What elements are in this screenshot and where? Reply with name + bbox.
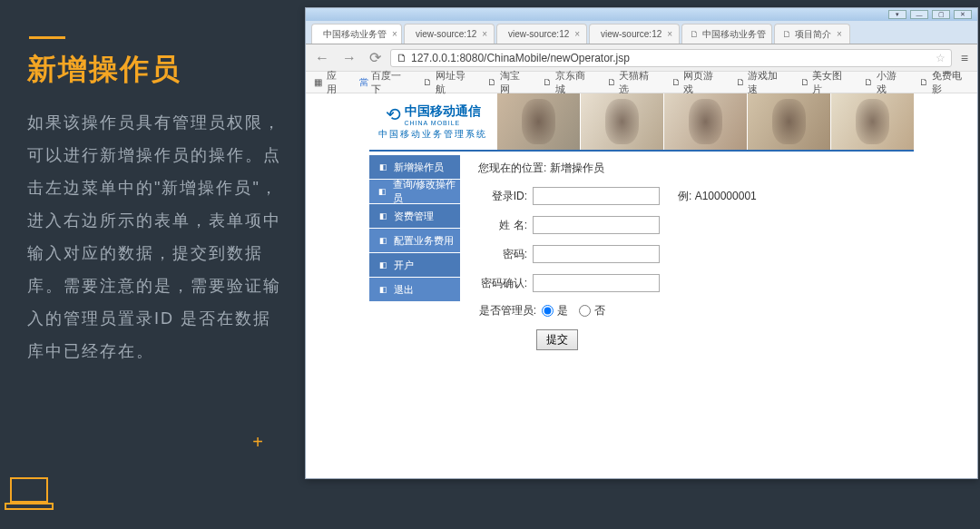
- laptop-icon: [4, 475, 54, 518]
- close-icon[interactable]: ×: [771, 29, 772, 39]
- forward-button[interactable]: →: [338, 50, 360, 66]
- bookmark-label: 网址导航: [436, 69, 474, 96]
- maximize-button[interactable]: ▢: [932, 10, 950, 19]
- tab-label: 中国移动业务管: [702, 28, 766, 41]
- side-menu: ◧新增操作员 ◧查询/修改操作员 ◧资费管理 ◧配置业务费用 ◧开户 ◧退出: [369, 155, 460, 356]
- star-icon[interactable]: ☆: [936, 52, 946, 64]
- menu-logout[interactable]: ◧退出: [369, 278, 460, 302]
- tab-label: 项目简介: [795, 28, 831, 41]
- form-area: 您现在的位置: 新增操作员 登录ID: 例: A100000001 姓 名: 密…: [460, 155, 914, 356]
- bookmark-bar: ▦应用 當百度一下 🗋网址导航 🗋淘宝网 🗋京东商城 🗋天猫精选 🗋网页游戏 🗋…: [306, 72, 977, 93]
- name-label: 姓 名:: [478, 218, 533, 233]
- password-confirm-input[interactable]: [533, 274, 660, 292]
- title-accent: [29, 36, 65, 39]
- favicon-icon: 🗋: [782, 29, 791, 39]
- submit-button[interactable]: 提交: [536, 329, 578, 350]
- close-icon[interactable]: ×: [392, 29, 397, 39]
- name-input[interactable]: [533, 216, 660, 234]
- banner-photo: [830, 93, 914, 150]
- back-button[interactable]: ←: [311, 50, 333, 66]
- password-confirm-label: 密码确认:: [478, 276, 533, 291]
- bookmark-item[interactable]: 🗋小游戏: [864, 69, 906, 96]
- banner: ⟲ 中国移动通信 CHINA MOBILE 中国移动业务管理系统: [369, 93, 914, 152]
- logo-text-main: 中国移动通信: [405, 103, 481, 120]
- banner-photo: [663, 93, 747, 150]
- tab-4[interactable]: 🗋 中国移动业务管 ×: [681, 24, 772, 44]
- bookmark-item[interactable]: 🗋网页游戏: [671, 69, 722, 96]
- reload-button[interactable]: ⟳: [366, 49, 385, 66]
- bookmark-label: 游戏加速: [748, 69, 786, 96]
- banner-photo: [747, 93, 830, 150]
- bookmark-label: 美女图片: [812, 69, 850, 96]
- menu-config-fee[interactable]: ◧配置业务费用: [369, 229, 460, 253]
- is-admin-label: 是否管理员:: [478, 303, 542, 318]
- banner-photo: [496, 93, 580, 150]
- tab-5[interactable]: 🗋 项目简介 ×: [774, 24, 850, 44]
- system-name: 中国移动业务管理系统: [378, 128, 487, 141]
- close-icon[interactable]: ×: [837, 29, 842, 39]
- close-icon[interactable]: ×: [482, 29, 487, 39]
- apps-button[interactable]: ▦应用: [313, 69, 346, 96]
- window-titlebar: ▾ — ▢ ✕: [306, 8, 977, 21]
- password-label: 密码:: [478, 247, 533, 262]
- bookmark-label: 京东商城: [555, 69, 593, 96]
- context-help-button[interactable]: ▾: [888, 10, 906, 19]
- page-content: ⟲ 中国移动通信 CHINA MOBILE 中国移动业务管理系统: [306, 93, 977, 478]
- address-bar: ← → ⟳ 🗋 127.0.0.1:8080/ChinaMobile/newOp…: [306, 44, 977, 72]
- plus-icon: +: [252, 432, 263, 453]
- menu-icon: ◧: [377, 161, 389, 173]
- menu-query-operator[interactable]: ◧查询/修改操作员: [369, 180, 460, 204]
- tab-label: view-source:12: [416, 29, 476, 39]
- tab-0[interactable]: 中国移动业务管 ×: [311, 24, 402, 44]
- minimize-button[interactable]: —: [910, 10, 928, 19]
- menu-icon: ◧: [377, 259, 389, 271]
- tab-bar: 中国移动业务管 × view-source:12 × view-source:1…: [306, 21, 977, 44]
- close-icon[interactable]: ×: [574, 29, 580, 39]
- url-text: 127.0.0.1:8080/ChinaMobile/newOperator.j…: [411, 52, 630, 64]
- menu-label: 开户: [394, 259, 414, 272]
- favicon-icon: 🗋: [690, 29, 699, 39]
- close-icon[interactable]: ×: [667, 29, 672, 39]
- menu-label: 资费管理: [394, 210, 434, 223]
- banner-photos: [496, 93, 914, 150]
- menu-fee-manage[interactable]: ◧资费管理: [369, 204, 460, 229]
- password-input[interactable]: [533, 245, 660, 263]
- menu-open-account[interactable]: ◧开户: [369, 253, 460, 278]
- bookmark-item[interactable]: 🗋天猫精选: [606, 69, 658, 96]
- radio-no-label: 否: [594, 303, 605, 318]
- menu-add-operator[interactable]: ◧新增操作员: [369, 155, 460, 180]
- breadcrumb: 您现在的位置: 新增操作员: [478, 155, 914, 181]
- radio-yes-label: 是: [557, 303, 568, 318]
- bookmark-item[interactable]: 🗋美女图片: [799, 69, 851, 96]
- slide-left-panel: 新增操作员 如果该操作员具有管理员权限，可以进行新增操作员的操作。点击左边菜单中…: [0, 0, 309, 529]
- logo-area: ⟲ 中国移动通信 CHINA MOBILE 中国移动业务管理系统: [369, 93, 496, 150]
- bookmark-item[interactable]: 🗋京东商城: [542, 69, 593, 96]
- tab-label: 中国移动业务管: [323, 28, 387, 41]
- login-id-label: 登录ID:: [478, 189, 533, 204]
- bookmark-label: 网页游戏: [683, 69, 721, 96]
- bookmark-item[interactable]: 🗋游戏加速: [735, 69, 787, 96]
- menu-icon: ◧: [377, 234, 389, 247]
- radio-yes[interactable]: [542, 305, 554, 317]
- bookmark-item[interactable]: 🗋免费电影: [918, 69, 970, 96]
- slide-description: 如果该操作员具有管理员权限，可以进行新增操作员的操作。点击左边菜单中的"新增操作…: [27, 106, 281, 367]
- bookmark-label: 天猫精选: [619, 69, 657, 96]
- slide-title: 新增操作员: [27, 50, 281, 90]
- menu-icon[interactable]: ≡: [957, 51, 972, 65]
- tab-2[interactable]: view-source:12 ×: [496, 24, 587, 44]
- tab-1[interactable]: view-source:12 ×: [404, 24, 495, 44]
- menu-label: 退出: [394, 283, 414, 297]
- bookmark-item[interactable]: 🗋淘宝网: [487, 69, 529, 96]
- bookmark-item[interactable]: 當百度一下: [358, 69, 410, 96]
- menu-icon: ◧: [377, 210, 389, 222]
- url-input[interactable]: 🗋 127.0.0.1:8080/ChinaMobile/newOperator…: [390, 49, 952, 67]
- bookmark-item[interactable]: 🗋网址导航: [423, 69, 475, 96]
- menu-icon: ◧: [377, 283, 389, 296]
- menu-label: 配置业务费用: [394, 234, 454, 248]
- bookmark-label: 百度一下: [371, 69, 409, 96]
- login-id-input[interactable]: [533, 187, 660, 205]
- tab-3[interactable]: view-source:12 ×: [589, 24, 680, 44]
- radio-no[interactable]: [579, 305, 591, 317]
- close-button[interactable]: ✕: [954, 10, 972, 19]
- tab-label: view-source:12: [601, 29, 662, 39]
